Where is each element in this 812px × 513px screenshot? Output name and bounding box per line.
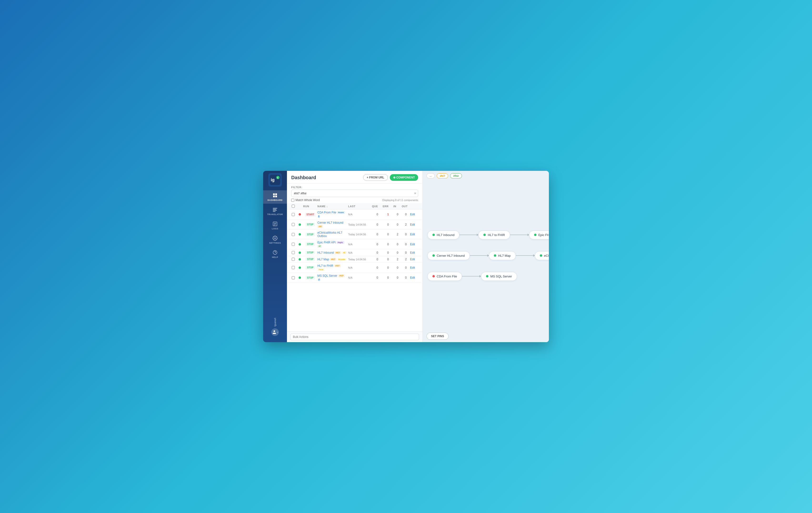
flow-arrow [459, 235, 478, 235]
filter-options: Match Whole Word Displaying 8 of 11 comp… [291, 199, 418, 202]
header-name: NAME ↓ [317, 205, 348, 208]
row-action: START [303, 213, 317, 216]
dashboard-panel: Dashboard + FROM URL ⊕ COMPONENT FILTER:… [287, 171, 549, 342]
svg-rect-13 [274, 223, 276, 223]
row-name: HL7 to FHIR #hl7 #cus [317, 264, 348, 271]
flow-node-ms-sql[interactable]: MS SQL Server [481, 272, 517, 281]
svg-text:X: X [277, 177, 278, 179]
sidebar-item-dashboard-label: DASHBOARD [268, 199, 283, 201]
table-row[interactable]: STOP HL7 Inbound #hl7 #li N/A 0 0 0 0 Ed… [287, 249, 423, 256]
header-buttons: + FROM URL ⊕ COMPONENT [363, 174, 418, 181]
sidebar-avatar[interactable]: › [271, 328, 279, 336]
sidebar-item-settings[interactable]: SETTINGS [263, 233, 287, 246]
sidebar-bottom: IguanaX › [271, 318, 279, 340]
row-edit[interactable]: Edit [410, 213, 419, 216]
left-panel: Dashboard + FROM URL ⊕ COMPONENT FILTER:… [287, 171, 423, 342]
flow-node-cerner-hl7[interactable]: Cerner HL7 Inbound [428, 251, 470, 260]
row-out: 0 [402, 213, 410, 216]
main-content: Dashboard + FROM URL ⊕ COMPONENT FILTER:… [287, 171, 549, 342]
sidebar-item-dashboard[interactable]: DASHBOARD [263, 190, 287, 204]
flow-row-2: Cerner HL7 Inbound HL7 Map [428, 251, 549, 260]
row-err: 1 [383, 213, 394, 216]
table-row[interactable]: STOP MS SQL Server #hl7 # N/A 0 0 0 0 Ed… [287, 273, 423, 283]
bulk-actions [287, 331, 423, 342]
from-url-button[interactable]: + FROM URL [363, 174, 388, 181]
row-que: 0 [372, 213, 383, 216]
svg-point-18 [273, 331, 275, 332]
bulk-actions-input[interactable] [290, 334, 419, 340]
app-container: ig X DASHBOARD TRANSLATOR LOGS SETTINGS [263, 171, 549, 342]
diagram-pill-fhir[interactable]: #fhir [450, 173, 462, 178]
flow-node-eclinicalworks[interactable]: eClinicalWorks HL7 Outbound [535, 251, 549, 260]
right-panel: ... #hl7 #fhir HL7 Inbound [423, 171, 549, 342]
components-table: RUN NAME ↓ LAST QUE ERR IN OUT START [287, 203, 423, 331]
flow-node-epic-fhir-api[interactable]: Epic FHIR API [529, 231, 549, 239]
svg-rect-14 [274, 224, 276, 224]
diagram-pill-hl7[interactable]: #hl7 [437, 173, 448, 178]
table-row[interactable]: STOP Cerner HL7 Inbound #hl Today 14:04:… [287, 220, 423, 230]
row-name: MS SQL Server #hl7 # [317, 274, 348, 281]
row-last: N/A [348, 213, 372, 216]
svg-rect-7 [275, 195, 277, 197]
header-out: OUT [402, 205, 410, 208]
header-in: IN [394, 205, 402, 208]
sidebar-item-translator-label: TRANSLATOR [267, 213, 283, 216]
sidebar-item-logs-label: LOGS [272, 228, 278, 230]
table-row[interactable]: STOP HL7 to FHIR #hl7 #cus N/A 0 0 0 0 E… [287, 263, 423, 273]
diagram-footer: SET PINS EDIT CONNECTIONS [423, 330, 549, 342]
match-whole-word-label[interactable]: Match Whole Word [291, 199, 320, 202]
diagram-area: HL7 Inbound HL7 to FHIR [423, 181, 549, 330]
header-que: QUE [372, 205, 383, 208]
svg-rect-15 [274, 225, 275, 225]
sidebar-item-settings-label: SETTINGS [269, 242, 281, 244]
table-row[interactable]: STOP eClinicalWorks HL7 Outbou Today 14:… [287, 230, 423, 239]
table-row[interactable]: STOP Epic FHIR API #epic #f N/A 0 0 0 0 … [287, 239, 423, 249]
action-badge-start: START [305, 213, 316, 216]
row-in: 0 [394, 213, 402, 216]
sidebar: ig X DASHBOARD TRANSLATOR LOGS SETTINGS [263, 171, 287, 342]
flow-arrow [470, 255, 489, 256]
flow-node-hl7-map[interactable]: HL7 Map [489, 251, 516, 260]
flow-row-1: HL7 Inbound HL7 to FHIR [428, 231, 549, 239]
panel-header: Dashboard + FROM URL ⊕ COMPONENT [287, 171, 423, 183]
flow-arrow [510, 235, 529, 235]
flow-node-hl7-to-fhir[interactable]: HL7 to FHIR [478, 231, 510, 239]
flow-node-hl7-inbound[interactable]: HL7 Inbound [428, 231, 459, 239]
sidebar-nav: DASHBOARD TRANSLATOR LOGS SETTINGS HELP [263, 190, 287, 318]
row-status [296, 213, 303, 216]
row-name: HL7 Map #hl7 #custo [317, 258, 348, 261]
filter-section: FILTER: × Match Whole Word Displaying 8 … [287, 183, 423, 203]
component-button[interactable]: ⊕ COMPONENT [390, 174, 418, 181]
flow-arrow-line [459, 235, 478, 235]
match-whole-word-checkbox[interactable] [291, 199, 294, 202]
sidebar-item-help[interactable]: HELP [263, 247, 287, 261]
flow-arrow [516, 255, 535, 256]
diagram-toolbar: ... #hl7 #fhir [423, 171, 549, 181]
app-logo[interactable]: ig X [268, 173, 282, 186]
sidebar-item-translator[interactable]: TRANSLATOR [263, 205, 287, 218]
row-name: eClinicalWorks HL7 Outbou [317, 231, 348, 238]
table-header: RUN NAME ↓ LAST QUE ERR IN OUT [287, 203, 423, 209]
table-row[interactable]: START CDA From File #core ℹ N/A 0 1 0 0 … [287, 209, 423, 220]
table-row[interactable]: STOP HL7 Map #hl7 #custo Today 14:04:56 … [287, 256, 423, 263]
flow-dot-red [432, 275, 435, 277]
flow-node-cda-from-file[interactable]: CDA From File [428, 272, 462, 281]
match-whole-word-text: Match Whole Word [295, 199, 320, 202]
filter-input[interactable] [291, 190, 418, 197]
status-dot-green [299, 223, 301, 226]
svg-rect-6 [273, 195, 275, 197]
row-name: HL7 Inbound #hl7 #li [317, 251, 348, 254]
flow-arrow [462, 276, 481, 276]
set-pins-button[interactable]: SET PINS [427, 333, 448, 340]
svg-rect-9 [273, 209, 277, 210]
row-name: Epic FHIR API #epic #f [317, 241, 348, 248]
header-select-all[interactable] [290, 205, 296, 208]
filter-clear-icon[interactable]: × [414, 191, 416, 195]
sidebar-username: IguanaX [274, 318, 277, 327]
diagram-pill-dots[interactable]: ... [427, 173, 435, 178]
sidebar-item-logs[interactable]: LOGS [263, 219, 287, 232]
filter-input-wrap: × [291, 190, 418, 197]
row-checkbox[interactable] [290, 213, 296, 216]
svg-rect-4 [273, 193, 275, 195]
row-name: CDA From File #core ℹ [317, 211, 348, 218]
